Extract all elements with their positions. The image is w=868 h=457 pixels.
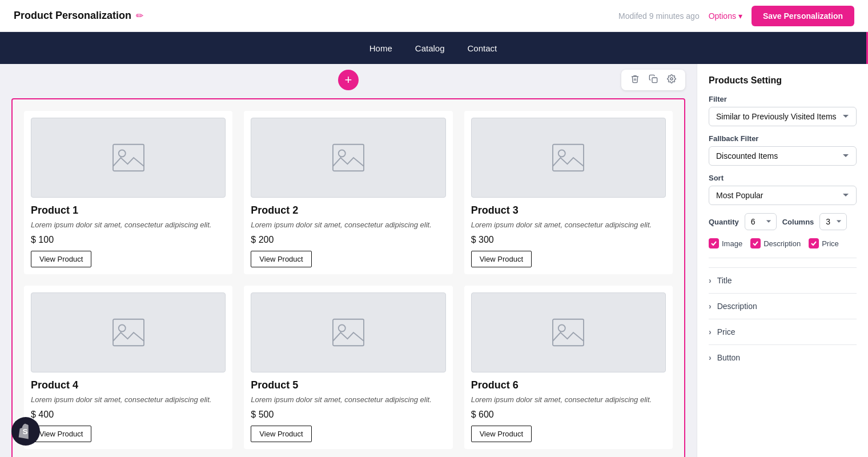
svg-text:S: S	[22, 427, 27, 436]
product-card: Product 4 Lorem ipsum dolor sit amet, co…	[24, 286, 232, 449]
columns-select[interactable]: 1 2 3 4	[819, 213, 847, 230]
product-image-3	[471, 118, 666, 198]
section-toolbar	[621, 70, 685, 90]
accordion-description[interactable]: › Description	[709, 293, 857, 319]
accordion-title-icon: ›	[709, 276, 712, 285]
settings-section-button[interactable]	[664, 73, 680, 87]
svg-rect-6	[553, 145, 584, 171]
product-name: Product 2	[251, 205, 445, 217]
product-card: Product 6 Lorem ipsum dolor sit amet, co…	[464, 286, 673, 449]
modified-text: Modifed 9 minutes ago	[618, 11, 700, 21]
edit-icon[interactable]: ✏	[136, 10, 143, 21]
top-bar-left: Product Personalization ✏	[14, 10, 143, 22]
accordion-button-label: Button	[717, 353, 740, 362]
view-product-button[interactable]: View Product	[471, 426, 532, 442]
filter-select[interactable]: Similar to Previously Visited Items Tren…	[709, 107, 857, 126]
product-card: Product 2 Lorem ipsum dolor sit amet, co…	[244, 111, 452, 274]
product-price: $ 100	[31, 235, 226, 245]
accordion-price-icon: ›	[709, 327, 712, 336]
quantity-label: Quantity	[709, 218, 739, 226]
product-price: $ 300	[471, 235, 666, 245]
panel-divider	[709, 258, 857, 258]
product-card: Product 1 Lorem ipsum dolor sit amet, co…	[24, 111, 232, 274]
right-panel: Products Setting Filter Similar to Previ…	[697, 64, 868, 457]
product-description: Lorem ipsum dolor sit amet, consectetur …	[31, 220, 226, 230]
fallback-filter-label: Fallback Filter	[709, 134, 857, 143]
svg-point-5	[339, 150, 345, 157]
main-layout: + Product 1 L	[0, 64, 868, 457]
product-price: $ 500	[251, 410, 445, 420]
image-checkbox[interactable]: Image	[709, 238, 742, 248]
svg-rect-12	[553, 319, 584, 346]
nav-bar: Home Catalog Contact	[0, 32, 868, 64]
top-bar-right: Modifed 9 minutes ago Options ▾ Save Per…	[618, 6, 854, 26]
options-button[interactable]: Options ▾	[709, 11, 742, 21]
accordion-description-icon: ›	[709, 302, 712, 311]
product-description: Lorem ipsum dolor sit amet, consectetur …	[31, 395, 226, 405]
duplicate-section-button[interactable]	[645, 73, 661, 87]
shopify-badge[interactable]: S	[11, 417, 40, 446]
product-card: Product 3 Lorem ipsum dolor sit amet, co…	[464, 111, 673, 274]
view-product-button[interactable]: View Product	[251, 426, 311, 442]
svg-rect-2	[113, 145, 144, 171]
accordion-title[interactable]: › Title	[709, 267, 857, 293]
display-options-row: Image Description Price	[709, 238, 857, 248]
accordion-button[interactable]: › Button	[709, 344, 857, 370]
svg-point-13	[558, 325, 565, 332]
product-image-1	[31, 118, 226, 198]
product-name: Product 1	[31, 205, 226, 217]
svg-point-1	[670, 78, 673, 80]
product-card: Product 5 Lorem ipsum dolor sit amet, co…	[244, 286, 452, 449]
view-product-button[interactable]: View Product	[31, 426, 91, 442]
product-name: Product 4	[31, 379, 226, 391]
product-price: $ 400	[31, 410, 226, 420]
quantity-columns-row: Quantity 3 6 9 12 Columns 1 2 3 4	[709, 213, 857, 230]
panel-title: Products Setting	[709, 75, 857, 86]
product-description: Lorem ipsum dolor sit amet, consectetur …	[471, 220, 666, 230]
product-image-6	[471, 292, 666, 372]
svg-point-9	[118, 325, 125, 332]
product-section: Product 1 Lorem ipsum dolor sit amet, co…	[11, 98, 685, 457]
svg-point-7	[558, 150, 565, 157]
save-personalization-button[interactable]: Save Personalization	[752, 6, 854, 26]
product-name: Product 5	[251, 379, 445, 391]
delete-section-button[interactable]	[627, 73, 643, 87]
top-bar: Product Personalization ✏ Modifed 9 minu…	[0, 0, 868, 32]
filter-label: Filter	[709, 95, 857, 103]
nav-catalog[interactable]: Catalog	[415, 43, 445, 53]
fallback-filter-select[interactable]: Discounted Items Best Sellers New Arriva…	[709, 146, 857, 166]
canvas-area: + Product 1 L	[0, 64, 697, 457]
svg-point-11	[339, 325, 345, 332]
product-price: $ 200	[251, 235, 445, 245]
product-grid: Product 1 Lorem ipsum dolor sit amet, co…	[24, 111, 673, 449]
description-checkbox[interactable]: Description	[750, 238, 801, 248]
product-image-5	[251, 292, 445, 372]
product-image-4	[31, 292, 226, 372]
svg-point-3	[118, 150, 125, 157]
accordion-price[interactable]: › Price	[709, 319, 857, 344]
accordion-button-icon: ›	[709, 353, 712, 362]
view-product-button[interactable]: View Product	[251, 251, 311, 267]
product-description: Lorem ipsum dolor sit amet, consectetur …	[251, 395, 445, 405]
view-product-button[interactable]: View Product	[471, 251, 532, 267]
view-product-button[interactable]: View Product	[31, 251, 91, 267]
svg-rect-8	[113, 319, 144, 346]
svg-rect-4	[333, 145, 364, 171]
columns-label: Columns	[782, 218, 814, 226]
product-description: Lorem ipsum dolor sit amet, consectetur …	[251, 220, 445, 230]
svg-rect-0	[652, 78, 657, 83]
accordion-price-label: Price	[717, 327, 736, 336]
product-name: Product 3	[471, 205, 666, 217]
nav-contact[interactable]: Contact	[468, 43, 497, 53]
product-image-2	[251, 118, 445, 198]
svg-rect-10	[333, 319, 364, 346]
sort-label: Sort	[709, 174, 857, 182]
product-name: Product 6	[471, 379, 666, 391]
nav-home[interactable]: Home	[369, 43, 392, 53]
quantity-select[interactable]: 3 6 9 12	[745, 213, 777, 230]
price-checkbox[interactable]: Price	[809, 238, 839, 248]
add-section-top-button[interactable]: +	[338, 70, 359, 90]
product-description: Lorem ipsum dolor sit amet, consectetur …	[471, 395, 666, 405]
sort-select[interactable]: Most Popular Price Low to High Price Hig…	[709, 186, 857, 205]
product-price: $ 600	[471, 410, 666, 420]
